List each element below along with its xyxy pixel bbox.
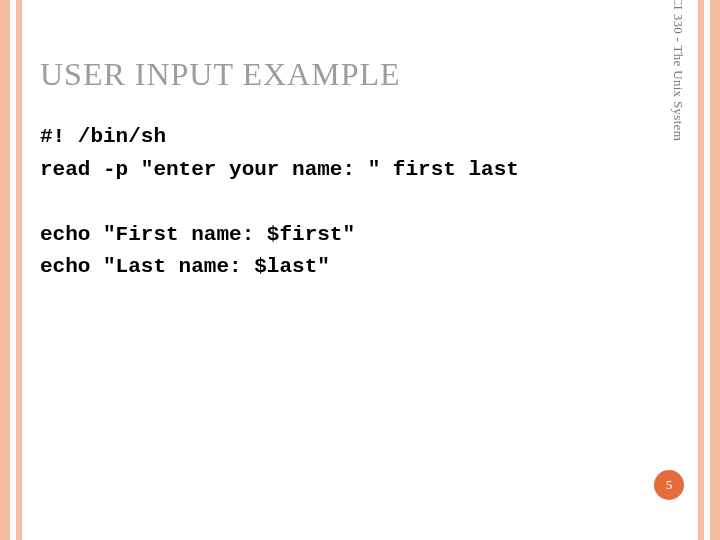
decorative-stripe-right-outer — [710, 0, 720, 540]
decorative-stripe-right-inner — [698, 0, 704, 540]
page-number-badge: 5 — [654, 470, 684, 500]
page-number: 5 — [666, 477, 673, 493]
slide-title: USER INPUT EXAMPLE — [40, 56, 680, 93]
course-label: CSCI 330 - The Unix System — [670, 0, 686, 180]
decorative-stripe-left-inner — [16, 0, 22, 540]
slide-content: USER INPUT EXAMPLE #! /bin/sh read -p "e… — [40, 56, 680, 284]
decorative-stripe-left-outer — [0, 0, 10, 540]
code-block: #! /bin/sh read -p "enter your name: " f… — [40, 121, 680, 284]
